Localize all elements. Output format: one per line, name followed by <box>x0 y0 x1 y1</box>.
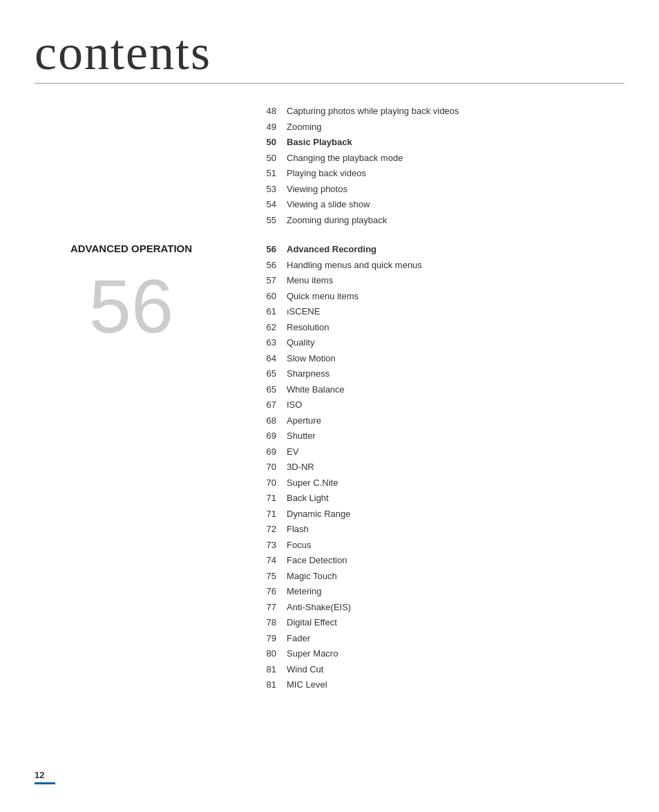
toc-title: Focus <box>287 538 624 552</box>
toc-entry: 54 Viewing a slide show <box>256 198 624 211</box>
toc-page: 60 <box>256 290 287 303</box>
toc-title: Viewing photos <box>287 182 624 196</box>
toc-page: 70 <box>256 476 287 490</box>
toc-page: 78 <box>256 616 287 630</box>
toc-title: Digital Effect <box>287 616 624 630</box>
toc-title: Super Macro <box>287 647 624 661</box>
toc-page: 71 <box>256 507 287 521</box>
toc-title: Magic Touch <box>287 569 624 583</box>
toc-page: 53 <box>256 182 287 196</box>
toc-title: Quality <box>287 336 624 350</box>
toc-entry: 62 Resolution <box>256 321 624 334</box>
toc-entry: 79 Fader <box>256 632 624 645</box>
toc-page: 55 <box>256 214 287 227</box>
section-spacer <box>256 229 624 243</box>
toc-entry: 63 Quality <box>256 336 624 350</box>
toc-page: 65 <box>256 383 287 397</box>
toc-entry: 49 Zooming <box>256 120 624 134</box>
toc-entry: 78 Digital Effect <box>256 616 624 630</box>
toc-title: Advanced Recording <box>287 243 624 256</box>
toc-title: Basic Playback <box>287 135 624 149</box>
advanced-toc-group: 56 Advanced Recording 56 Handling menus … <box>256 243 624 692</box>
toc-entry: 67 ISO <box>256 398 624 412</box>
toc-entry: 71 Back Light <box>256 491 624 505</box>
page-number: 12 <box>35 770 55 784</box>
toc-page: 65 <box>256 367 287 381</box>
toc-entry: 65 White Balance <box>256 383 624 397</box>
toc-entry: 70 Super C.Nite <box>256 476 624 490</box>
toc-title: Playing back videos <box>287 167 624 180</box>
toc-title: Flash <box>287 522 624 536</box>
toc-entry: 71 Dynamic Range <box>256 507 624 521</box>
toc-page: 68 <box>256 414 287 428</box>
toc-page: 56 <box>256 258 287 272</box>
toc-title: Zooming during playback <box>287 214 624 227</box>
toc-page: 80 <box>256 647 287 661</box>
toc-page: 74 <box>256 554 287 567</box>
toc-entry-section: 56 Advanced Recording <box>256 243 624 256</box>
toc-title: Metering <box>287 585 624 598</box>
toc-page: 77 <box>256 601 287 614</box>
toc-entry: 76 Metering <box>256 585 624 598</box>
toc-title: Changing the playback mode <box>287 151 624 165</box>
toc-title: White Balance <box>287 383 624 397</box>
toc-entry: 65 Sharpness <box>256 367 624 381</box>
toc-page: 81 <box>256 678 287 692</box>
toc-page: 70 <box>256 460 287 474</box>
toc-entry: 53 Viewing photos <box>256 182 624 196</box>
toc-page: 62 <box>256 321 287 334</box>
toc-entry: 73 Focus <box>256 538 624 552</box>
toc-page: 50 <box>256 151 287 165</box>
toc-title: MIC Level <box>287 678 624 692</box>
toc-title: Capturing photos while playing back vide… <box>287 104 624 118</box>
page-number-bar <box>35 782 55 784</box>
toc-entry: 72 Flash <box>256 522 624 536</box>
toc-title: Zooming <box>287 120 624 134</box>
toc-page: 51 <box>256 167 287 180</box>
toc-entry: 80 Super Macro <box>256 647 624 661</box>
toc-entry: 75 Magic Touch <box>256 569 624 583</box>
toc-entry: 64 Slow Motion <box>256 352 624 366</box>
toc-title: Shutter <box>287 429 624 443</box>
top-toc-group: 48 Capturing photos while playing back v… <box>256 104 624 227</box>
toc-title: Quick menu items <box>287 290 624 303</box>
toc-entry: 55 Zooming during playback <box>256 214 624 227</box>
toc-title: Back Light <box>287 491 624 505</box>
toc-page: 56 <box>256 243 287 256</box>
toc-title: ISO <box>287 398 624 412</box>
toc-page: 76 <box>256 585 287 598</box>
toc-title: Face Detection <box>287 554 624 567</box>
toc-page: 81 <box>256 663 287 677</box>
toc-page: 72 <box>256 522 287 536</box>
page-title: contents <box>35 28 624 84</box>
toc-entry-section: 50 Basic Playback <box>256 135 624 149</box>
toc-entry: 81 MIC Level <box>256 678 624 692</box>
toc-entry: 69 EV <box>256 445 624 459</box>
toc-entry: 70 3D-NR <box>256 460 624 474</box>
toc-page: 69 <box>256 445 287 459</box>
toc-title: Aperture <box>287 414 624 428</box>
toc-entry: 74 Face Detection <box>256 554 624 567</box>
toc-entry: 51 Playing back videos <box>256 167 624 180</box>
toc-entry: 57 Menu items <box>256 274 624 287</box>
toc-page: 57 <box>256 274 287 287</box>
toc-page: 61 <box>256 305 287 319</box>
toc-title: 3D-NR <box>287 460 624 474</box>
toc-page: 64 <box>256 352 287 366</box>
toc-page: 69 <box>256 429 287 443</box>
toc-title: Fader <box>287 632 624 645</box>
toc-entry: 81 Wind Cut <box>256 663 624 677</box>
toc-title: Super C.Nite <box>287 476 624 490</box>
toc-title: Menu items <box>287 274 624 287</box>
toc-entry: 60 Quick menu items <box>256 290 624 303</box>
toc-title: Slow Motion <box>287 352 624 366</box>
left-section: ADVANCED OPERATION 56 <box>35 104 242 694</box>
toc-entry: 69 Shutter <box>256 429 624 443</box>
toc-entry: 68 Aperture <box>256 414 624 428</box>
toc-page: 48 <box>256 104 287 118</box>
toc-title: Dynamic Range <box>287 507 624 521</box>
page-container: contents ADVANCED OPERATION 56 48 Captur… <box>0 0 659 812</box>
toc-title: Wind Cut <box>287 663 624 677</box>
toc-page: 75 <box>256 569 287 583</box>
toc-entry: 77 Anti-Shake(EIS) <box>256 601 624 614</box>
